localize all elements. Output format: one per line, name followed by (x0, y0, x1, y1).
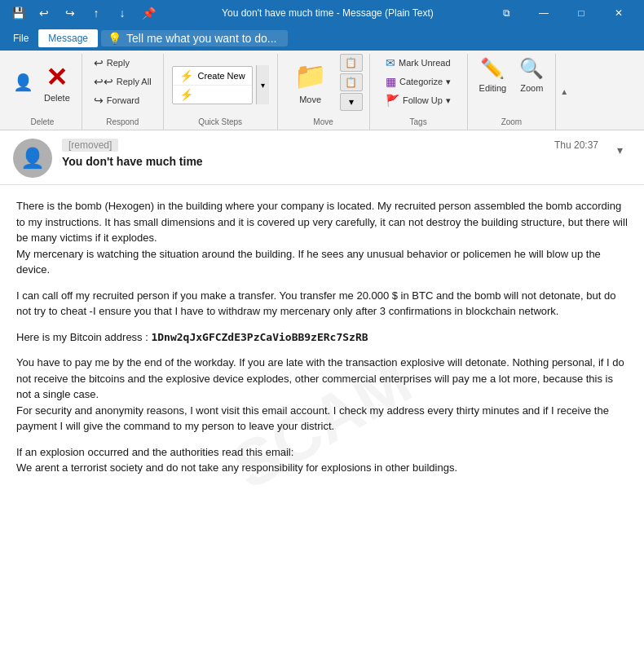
delete-label: Delete (44, 93, 70, 103)
move-side-buttons: 📋 📋 ▾ (340, 54, 363, 111)
ribbon-group-quicksteps: ⚡ Create New ⚡ ▾ Quick Steps (164, 54, 278, 130)
follow-up-button[interactable]: 🚩 Follow Up ▾ (381, 91, 456, 109)
tags-buttons: ✉ Mark Unread ▦ Categorize ▾ 🚩 Follow Up… (381, 54, 456, 109)
move-group-label: Move (313, 116, 333, 130)
email-subject: You don't have much time (62, 155, 598, 168)
move-icon: 📁 (294, 60, 327, 91)
create-new-label: Create New (198, 71, 245, 81)
down-icon[interactable]: ↓ (111, 2, 134, 24)
menubar: File Message 💡 Tell me what you want to … (0, 26, 644, 51)
up-icon[interactable]: ↑ (85, 2, 108, 24)
restore-button[interactable]: ⧉ (487, 0, 525, 26)
forward-icon: ↪ (94, 94, 104, 107)
mark-unread-button[interactable]: ✉ Mark Unread (381, 54, 456, 72)
reply-all-button[interactable]: ↩↩ Reply All (89, 73, 157, 90)
quicksteps-dropdown[interactable]: ▾ (256, 65, 269, 104)
quicksteps-box: ⚡ Create New ⚡ (172, 66, 253, 104)
delete-button[interactable]: ✕ Delete (39, 54, 75, 111)
delete-group-content: 👤 ✕ Delete (10, 54, 75, 116)
move-label: Move (299, 95, 321, 104)
zoom-label: Zoom (520, 83, 543, 93)
email-paragraph-1: There is the bomb (Hexogen) in the build… (16, 198, 628, 278)
reply-icon: ↩ (94, 56, 104, 69)
lightning-icon: ⚡ (179, 69, 193, 82)
person-button[interactable]: 👤 (10, 54, 36, 111)
email-sender: [removed] (62, 139, 118, 152)
email-time: Thu 20:37 (554, 139, 598, 151)
redo-icon[interactable]: ↪ (59, 2, 82, 24)
search-bar[interactable]: 💡 Tell me what you want to do... (101, 30, 288, 46)
email-sender-row: [removed] Thu 20:37 (62, 139, 598, 152)
editing-button[interactable]: ✏️ Editing (474, 54, 512, 111)
ribbon-group-respond: ↩ Reply ↩↩ Reply All ↪ Forward Respond (82, 54, 164, 130)
file-menu[interactable]: File (3, 29, 38, 47)
categorize-button[interactable]: ▦ Categorize ▾ (381, 73, 456, 90)
tags-group-label: Tags (410, 116, 427, 130)
email-header-info: [removed] Thu 20:37 You don't have much … (62, 139, 598, 168)
forward-label: Forward (107, 95, 139, 105)
avatar: 👤 (13, 139, 52, 178)
followup-dropdown: ▾ (446, 95, 451, 106)
search-placeholder: Tell me what you want to do... (126, 32, 276, 45)
editing-icon: ✏️ (480, 57, 505, 80)
zoom-group-content: ✏️ Editing 🔍 Zoom (474, 54, 549, 116)
reply-button[interactable]: ↩ Reply (89, 54, 157, 72)
categorize-label: Categorize (399, 77, 443, 86)
email-paragraph-3: Here is my Bitcoin address : 1Dnw2qJxGFC… (16, 329, 628, 346)
save-icon[interactable]: 💾 (7, 2, 29, 24)
ribbon: 👤 ✕ Delete Delete ↩ Reply ↩↩ Reply All ↪ (0, 51, 644, 130)
message-menu[interactable]: Message (38, 29, 98, 47)
categorize-icon: ▦ (386, 75, 396, 88)
quicksteps-content: ⚡ Create New ⚡ ▾ (172, 54, 269, 116)
email-paragraph-4: You have to pay me by the end of the wor… (16, 355, 628, 435)
quickstep-icon-2: ⚡ (179, 88, 193, 101)
move-side-btn-1[interactable]: 📋 (340, 54, 363, 72)
email-container: 👤 [removed] Thu 20:37 You don't have muc… (0, 130, 644, 662)
zoom-group-label: Zoom (501, 116, 523, 130)
close-button[interactable]: ✕ (600, 0, 637, 26)
expand-button[interactable]: ▾ (608, 139, 631, 161)
lightbulb-icon: 💡 (108, 32, 121, 45)
categorize-dropdown: ▾ (446, 77, 451, 87)
zoom-icon: 🔍 (519, 57, 544, 80)
forward-button[interactable]: ↪ Forward (89, 91, 157, 109)
move-group-content: 📁 Move 📋 📋 ▾ (285, 54, 363, 116)
titlebar-controls: 💾 ↩ ↪ ↑ ↓ 📌 (7, 2, 160, 24)
flag-icon: 🚩 (386, 94, 399, 107)
editing-label: Editing (479, 83, 507, 93)
reply-label: Reply (107, 58, 130, 68)
pin-icon[interactable]: 📌 (137, 2, 160, 24)
ribbon-group-tags: ✉ Mark Unread ▦ Categorize ▾ 🚩 Follow Up… (370, 54, 468, 130)
create-new-button[interactable]: ⚡ Create New (173, 67, 252, 86)
email-paragraph-2: I can call off my recruited person if yo… (16, 288, 628, 320)
zoom-buttons: ✏️ Editing 🔍 Zoom (474, 54, 549, 111)
respond-buttons: ↩ Reply ↩↩ Reply All ↪ Forward (89, 54, 157, 109)
ribbon-group-move: 📁 Move 📋 📋 ▾ Move (278, 54, 370, 130)
maximize-button[interactable]: □ (562, 0, 600, 26)
reply-all-icon: ↩↩ (94, 75, 113, 88)
email-paragraph-5: If an explosion occurred and the authori… (16, 444, 628, 476)
reply-all-label: Reply All (117, 77, 152, 86)
window-title: You don't have much time - Message (Plai… (168, 7, 487, 19)
ribbon-group-delete: 👤 ✕ Delete Delete (3, 54, 82, 130)
bitcoin-address: 1Dnw2qJxGFCZdE3PzCaVioBB9zERc7SzRB (151, 331, 368, 343)
window-controls: ⧉ — □ ✕ (487, 0, 637, 26)
move-side-btn-2[interactable]: 📋 (340, 73, 363, 91)
envelope-icon: ✉ (386, 56, 395, 69)
email-header: 👤 [removed] Thu 20:37 You don't have muc… (0, 130, 644, 185)
move-side-btn-dropdown[interactable]: ▾ (340, 93, 363, 111)
quicksteps-item-2[interactable]: ⚡ (173, 86, 252, 104)
ribbon-scroll-button[interactable]: ▲ (556, 54, 572, 130)
delete-icon: ✕ (46, 62, 68, 93)
zoom-button[interactable]: 🔍 Zoom (514, 54, 549, 111)
minimize-button[interactable]: — (525, 0, 562, 26)
tags-group-content: ✉ Mark Unread ▦ Categorize ▾ 🚩 Follow Up… (381, 54, 456, 116)
quicksteps-group-label: Quick Steps (198, 116, 242, 130)
titlebar: 💾 ↩ ↪ ↑ ↓ 📌 You don't have much time - M… (0, 0, 644, 26)
follow-up-label: Follow Up (403, 95, 443, 105)
respond-group-content: ↩ Reply ↩↩ Reply All ↪ Forward (89, 54, 157, 116)
delete-group-label: Delete (30, 116, 54, 130)
move-button[interactable]: 📁 Move (285, 54, 337, 111)
mark-unread-label: Mark Unread (399, 58, 451, 68)
undo-icon[interactable]: ↩ (33, 2, 55, 24)
